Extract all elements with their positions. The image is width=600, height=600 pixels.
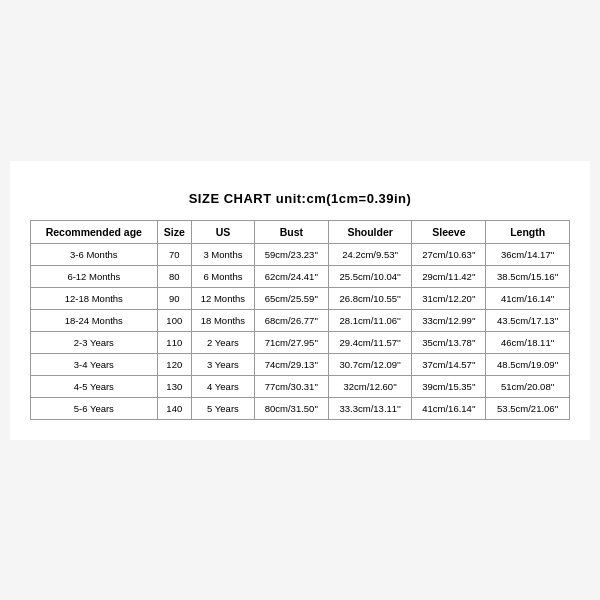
table-cell: 2-3 Years <box>31 331 158 353</box>
table-row: 18-24 Months10018 Months68cm/26.77''28.1… <box>31 309 570 331</box>
table-cell: 110 <box>157 331 191 353</box>
table-cell: 3-4 Years <box>31 353 158 375</box>
column-header: Recommended age <box>31 220 158 243</box>
table-cell: 29.4cm/11.57'' <box>328 331 412 353</box>
chart-title: SIZE CHART unit:cm(1cm=0.39in) <box>30 191 570 206</box>
table-cell: 140 <box>157 397 191 419</box>
table-cell: 62cm/24.41'' <box>254 265 328 287</box>
column-header: Bust <box>254 220 328 243</box>
column-header: Size <box>157 220 191 243</box>
table-cell: 18-24 Months <box>31 309 158 331</box>
table-cell: 12 Months <box>191 287 254 309</box>
table-cell: 25.5cm/10.04'' <box>328 265 412 287</box>
table-cell: 33.3cm/13.11'' <box>328 397 412 419</box>
table-cell: 18 Months <box>191 309 254 331</box>
table-cell: 5-6 Years <box>31 397 158 419</box>
table-cell: 59cm/23.23'' <box>254 243 328 265</box>
table-cell: 80cm/31.50'' <box>254 397 328 419</box>
table-cell: 80 <box>157 265 191 287</box>
table-cell: 48.5cm/19.09'' <box>486 353 570 375</box>
table-cell: 2 Years <box>191 331 254 353</box>
table-cell: 41cm/16.14'' <box>412 397 486 419</box>
table-header-row: Recommended ageSizeUSBustShoulderSleeveL… <box>31 220 570 243</box>
table-row: 12-18 Months9012 Months65cm/25.59''26.8c… <box>31 287 570 309</box>
column-header: Shoulder <box>328 220 412 243</box>
table-cell: 41cm/16.14'' <box>486 287 570 309</box>
table-row: 5-6 Years1405 Years80cm/31.50''33.3cm/13… <box>31 397 570 419</box>
table-cell: 4 Years <box>191 375 254 397</box>
table-cell: 30.7cm/12.09'' <box>328 353 412 375</box>
column-header: US <box>191 220 254 243</box>
table-cell: 26.8cm/10.55'' <box>328 287 412 309</box>
table-cell: 35cm/13.78'' <box>412 331 486 353</box>
table-cell: 37cm/14.57'' <box>412 353 486 375</box>
table-row: 6-12 Months806 Months62cm/24.41''25.5cm/… <box>31 265 570 287</box>
table-cell: 4-5 Years <box>31 375 158 397</box>
table-cell: 38.5cm/15.16'' <box>486 265 570 287</box>
table-cell: 12-18 Months <box>31 287 158 309</box>
table-cell: 43.5cm/17.13'' <box>486 309 570 331</box>
table-cell: 31cm/12.20'' <box>412 287 486 309</box>
table-cell: 3 Years <box>191 353 254 375</box>
table-cell: 53.5cm/21.06'' <box>486 397 570 419</box>
table-cell: 65cm/25.59'' <box>254 287 328 309</box>
table-cell: 46cm/18.11'' <box>486 331 570 353</box>
table-cell: 36cm/14.17'' <box>486 243 570 265</box>
column-header: Sleeve <box>412 220 486 243</box>
table-row: 4-5 Years1304 Years77cm/30.31''32cm/12.6… <box>31 375 570 397</box>
table-cell: 6-12 Months <box>31 265 158 287</box>
table-cell: 39cm/15.35'' <box>412 375 486 397</box>
table-cell: 24.2cm/9.53'' <box>328 243 412 265</box>
table-cell: 6 Months <box>191 265 254 287</box>
table-cell: 27cm/10.63'' <box>412 243 486 265</box>
column-header: Length <box>486 220 570 243</box>
table-cell: 74cm/29.13'' <box>254 353 328 375</box>
table-cell: 3-6 Months <box>31 243 158 265</box>
table-row: 3-6 Months703 Months59cm/23.23''24.2cm/9… <box>31 243 570 265</box>
table-cell: 68cm/26.77'' <box>254 309 328 331</box>
table-cell: 3 Months <box>191 243 254 265</box>
table-cell: 90 <box>157 287 191 309</box>
table-cell: 32cm/12.60'' <box>328 375 412 397</box>
table-cell: 100 <box>157 309 191 331</box>
table-cell: 77cm/30.31'' <box>254 375 328 397</box>
table-cell: 33cm/12.99'' <box>412 309 486 331</box>
table-cell: 130 <box>157 375 191 397</box>
table-cell: 5 Years <box>191 397 254 419</box>
size-chart-table: Recommended ageSizeUSBustShoulderSleeveL… <box>30 220 570 420</box>
size-chart-container: SIZE CHART unit:cm(1cm=0.39in) Recommend… <box>10 161 590 440</box>
table-row: 2-3 Years1102 Years71cm/27.95''29.4cm/11… <box>31 331 570 353</box>
table-cell: 70 <box>157 243 191 265</box>
table-row: 3-4 Years1203 Years74cm/29.13''30.7cm/12… <box>31 353 570 375</box>
table-cell: 120 <box>157 353 191 375</box>
table-cell: 71cm/27.95'' <box>254 331 328 353</box>
table-cell: 51cm/20.08'' <box>486 375 570 397</box>
table-cell: 28.1cm/11.06'' <box>328 309 412 331</box>
table-body: 3-6 Months703 Months59cm/23.23''24.2cm/9… <box>31 243 570 419</box>
table-cell: 29cm/11.42'' <box>412 265 486 287</box>
